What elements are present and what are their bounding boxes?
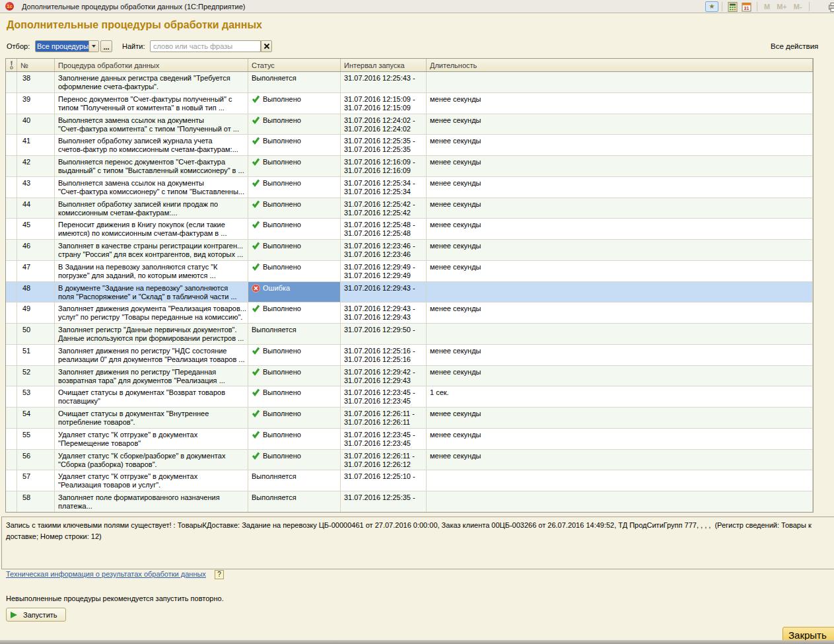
duration-cell: менее секунды bbox=[427, 450, 813, 470]
column-header-procedure[interactable]: Процедура обработки данных bbox=[55, 59, 248, 71]
column-header-interval[interactable]: Интервал запуска bbox=[341, 59, 427, 71]
status-label: Выполнено bbox=[263, 95, 301, 104]
page-title: Дополнительные процедуры обработки данны… bbox=[7, 19, 262, 31]
duration-cell: менее секунды bbox=[427, 156, 813, 176]
table-row[interactable]: 54Очищает статусы в документах "Внутренн… bbox=[6, 408, 813, 429]
interval-cell: 31.07.2016 12:23:45 -31.07.2016 12:23:45 bbox=[341, 429, 427, 449]
search-input[interactable] bbox=[150, 40, 261, 52]
table-row[interactable]: 44Выполняет обработку записей книги прод… bbox=[6, 198, 813, 219]
row-number-cell: 57 bbox=[17, 470, 55, 491]
run-button[interactable]: Запустить bbox=[6, 608, 66, 622]
status-label: Выполнено bbox=[263, 221, 301, 229]
row-number-cell: 56 bbox=[17, 450, 55, 470]
procedure-cell: Заполняет движения документа "Реализация… bbox=[55, 303, 248, 323]
column-header-duration[interactable]: Длительность bbox=[427, 59, 813, 71]
status-cell: Выполнено bbox=[248, 135, 341, 155]
table-row[interactable]: 55Удаляет статус "К отгрузке" в документ… bbox=[6, 429, 813, 450]
procedure-cell: Заполняет в качестве страны регистрации … bbox=[55, 240, 248, 260]
column-header-num[interactable]: № bbox=[17, 59, 55, 71]
exclamation-icon bbox=[9, 61, 14, 69]
procedure-cell: Заполняет регистр "Данные первичных доку… bbox=[55, 324, 248, 344]
table-row[interactable]: 47В Задании на перевозку заполняются ста… bbox=[6, 261, 813, 282]
titlebar-separator bbox=[809, 2, 810, 11]
footer-note: Невыполненные процедуры рекомендуется за… bbox=[6, 594, 224, 602]
table-row[interactable]: 45Переносит движения в Книгу покупок (ес… bbox=[6, 219, 813, 240]
status-cell: Выполняется bbox=[248, 491, 341, 512]
clear-search-button[interactable] bbox=[261, 40, 272, 52]
table-row[interactable]: 49Заполняет движения документа "Реализац… bbox=[6, 303, 813, 324]
printer-icon[interactable] bbox=[829, 2, 834, 12]
table-row[interactable]: 52Заполняет движения по регистру "Переда… bbox=[6, 366, 813, 387]
status-label: Выполнено bbox=[263, 242, 301, 250]
table-row[interactable]: 53Очищает статусы в документах "Возврат … bbox=[6, 386, 813, 408]
table-row[interactable]: 51Заполняет движения по регистру "НДС со… bbox=[6, 345, 813, 366]
interval-cell: 31.07.2016 12:25:10 - bbox=[341, 470, 427, 491]
procedure-cell: Заполняет поле форматированного назначен… bbox=[55, 491, 248, 512]
table-row[interactable]: 57Удаляет статус "К отгрузке" в документ… bbox=[6, 470, 813, 491]
table-row[interactable]: 58Заполняет поле форматированного назнач… bbox=[6, 491, 813, 513]
status-cell: Выполнено bbox=[248, 240, 341, 260]
table-row[interactable]: 46Заполняет в качестве страны регистраци… bbox=[6, 240, 813, 261]
duration-cell: менее секунды bbox=[427, 93, 813, 114]
all-actions-button[interactable]: Все действия bbox=[771, 42, 818, 50]
procedure-cell: В документе "Задание на перевозку" запол… bbox=[55, 282, 248, 303]
procedure-cell: Выполняет обработку записей журнала учет… bbox=[55, 135, 248, 155]
row-flag-cell bbox=[6, 240, 17, 260]
interval-cell: 31.07.2016 12:25:34 -31.07.2016 12:25:34 bbox=[341, 177, 427, 197]
interval-cell: 31.07.2016 12:23:46 -31.07.2016 12:23:46 bbox=[341, 240, 427, 260]
row-flag-cell bbox=[6, 198, 17, 219]
memory-m-minus-button[interactable]: M- bbox=[794, 3, 802, 11]
favorites-star-icon[interactable]: ★ bbox=[705, 1, 718, 12]
titlebar-separator bbox=[722, 2, 722, 11]
tech-info-link[interactable]: Техническая информация о результатах обр… bbox=[6, 570, 206, 578]
row-flag-cell bbox=[6, 114, 17, 135]
status-cell: Выполнено bbox=[248, 219, 341, 239]
duration-cell bbox=[427, 282, 813, 303]
table-row[interactable]: 48В документе "Задание на перевозку" зап… bbox=[6, 282, 813, 303]
close-icon bbox=[263, 43, 270, 50]
column-header-flag[interactable] bbox=[6, 59, 17, 71]
procedure-cell: Выполняется замена ссылок на документы"С… bbox=[55, 114, 248, 135]
status-cell: Выполнено bbox=[248, 114, 341, 135]
row-number-cell: 44 bbox=[17, 198, 55, 219]
table-row[interactable]: 39Перенос документов "Счет-фактуры получ… bbox=[6, 93, 813, 114]
row-number-cell: 51 bbox=[17, 345, 55, 365]
table-row[interactable]: 40Выполняется замена ссылок на документы… bbox=[6, 114, 813, 135]
procedure-cell: Выполняется замена ссылок на документы"С… bbox=[55, 177, 248, 197]
table-row[interactable]: 41Выполняет обработку записей журнала уч… bbox=[6, 135, 813, 156]
memory-m-plus-button[interactable]: M+ bbox=[777, 3, 787, 11]
procedure-cell: В Задании на перевозку заполняются стату… bbox=[55, 261, 248, 281]
titlebar-separator bbox=[757, 2, 757, 11]
table-row[interactable]: 43Выполняется замена ссылок на документы… bbox=[6, 177, 813, 198]
row-number-cell: 47 bbox=[17, 261, 55, 281]
memory-m-button[interactable]: M bbox=[764, 3, 770, 11]
duration-cell: менее секунды bbox=[427, 303, 813, 323]
duration-cell bbox=[427, 324, 813, 344]
row-flag-cell bbox=[6, 156, 17, 176]
status-label: Выполнено bbox=[263, 304, 301, 313]
table-row[interactable]: 56Удаляет статус "К сборке/разборке" в д… bbox=[6, 450, 813, 471]
duration-cell: менее секунды bbox=[427, 408, 813, 428]
calculator-icon[interactable] bbox=[728, 2, 738, 12]
row-flag-cell bbox=[6, 429, 17, 449]
procedure-cell: Очищает статусы в документах "Внутреннее… bbox=[55, 408, 248, 428]
interval-cell: 31.07.2016 12:29:49 -31.07.2016 12:29:49 bbox=[341, 261, 427, 281]
procedure-cell: Заполняет движения по регистру "НДС сост… bbox=[55, 345, 248, 365]
interval-cell: 31.07.2016 12:29:50 - bbox=[341, 324, 427, 344]
table-row[interactable]: 50Заполняет регистр "Данные первичных до… bbox=[6, 324, 813, 345]
procedure-cell: Удаляет статус "К отгрузке" в документах… bbox=[55, 470, 248, 491]
row-number-cell: 54 bbox=[17, 408, 55, 428]
table-row[interactable]: 38Заполнение данных регистра сведений "Т… bbox=[6, 72, 813, 93]
chevron-down-icon[interactable] bbox=[88, 41, 98, 52]
column-header-status[interactable]: Статус bbox=[248, 59, 341, 71]
duration-cell bbox=[427, 491, 813, 512]
table-row[interactable]: 42Выполняется перенос документов "Счет-ф… bbox=[6, 156, 813, 177]
filter-combobox[interactable]: Все процедуры bbox=[35, 40, 99, 52]
filter-more-button[interactable]: ... bbox=[100, 40, 112, 52]
help-icon[interactable]: ? bbox=[215, 570, 224, 579]
calendar-icon[interactable]: 31 bbox=[742, 2, 751, 12]
row-flag-cell bbox=[6, 261, 17, 281]
interval-cell: 31.07.2016 12:25:42 -31.07.2016 12:25:42 bbox=[341, 198, 427, 219]
interval-cell: 31.07.2016 12:25:35 -31.07.2016 12:25:35 bbox=[341, 135, 427, 155]
procedure-cell: Выполняет обработку записей книги продаж… bbox=[55, 198, 248, 219]
